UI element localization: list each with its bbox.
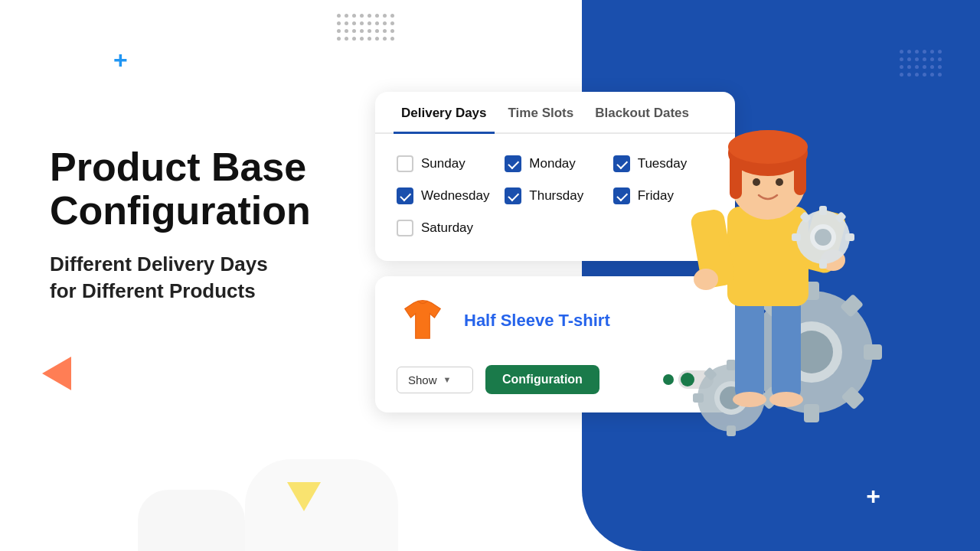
show-dropdown[interactable]: Show ▼	[397, 367, 473, 393]
day-monday: Monday	[505, 155, 605, 172]
checkbox-friday[interactable]	[613, 187, 630, 204]
plus-icon-bottom-right: +	[866, 484, 880, 508]
checkbox-thursday[interactable]	[505, 187, 521, 204]
delivery-days-card: Delivery Days Time Slots Blackout Dates …	[375, 92, 735, 261]
toggle-knob	[681, 373, 694, 386]
checkbox-wednesday[interactable]	[397, 187, 413, 204]
cards-area: Delivery Days Time Slots Blackout Dates …	[375, 92, 735, 412]
day-saturday: Saturday	[397, 220, 497, 236]
tab-delivery-days[interactable]: Delivery Days	[394, 92, 495, 134]
day-sunday: Sunday	[397, 155, 497, 172]
product-name: Half Sleeve T-shirt	[464, 311, 610, 331]
toggle-indicator	[663, 374, 674, 385]
dots-top-right	[900, 50, 942, 77]
checkbox-monday[interactable]	[505, 155, 521, 172]
product-image	[397, 295, 449, 347]
tab-bar: Delivery Days Time Slots Blackout Dates	[375, 92, 735, 134]
day-tuesday: Tuesday	[613, 155, 714, 172]
checkbox-sunday[interactable]	[397, 155, 413, 172]
triangle-left	[42, 357, 71, 390]
configuration-button[interactable]: Configuration	[485, 365, 599, 394]
dropdown-arrow-icon: ▼	[443, 375, 452, 384]
tshirt-svg	[399, 297, 446, 344]
hex-shape-1	[245, 459, 398, 551]
product-card: Half Sleeve T-shirt Show ▼ Configuration	[375, 276, 735, 412]
toggle-track[interactable]	[678, 370, 714, 389]
day-thursday: Thursday	[505, 187, 605, 204]
checkbox-saturday[interactable]	[397, 220, 413, 236]
checkbox-tuesday[interactable]	[613, 155, 630, 172]
tab-time-slots[interactable]: Time Slots	[501, 92, 582, 134]
tab-blackout-dates[interactable]: Blackout Dates	[587, 92, 697, 134]
hex-shape-2	[138, 490, 245, 551]
day-friday: Friday	[613, 187, 714, 204]
product-top: Half Sleeve T-shirt	[397, 295, 714, 347]
left-content: Product Base Configuration Different Del…	[50, 145, 371, 305]
toggle-switch[interactable]	[663, 370, 714, 389]
page-title: Product Base Configuration	[50, 145, 371, 233]
dots-top-center	[337, 14, 394, 41]
product-actions: Show ▼ Configuration	[397, 365, 714, 394]
days-grid: Sunday Monday Tuesday Wednesday Thursday	[375, 134, 735, 261]
page-subtitle: Different Delivery Days for Different Pr…	[50, 251, 371, 305]
plus-icon-top-left: +	[113, 47, 128, 72]
day-wednesday: Wednesday	[397, 187, 497, 204]
